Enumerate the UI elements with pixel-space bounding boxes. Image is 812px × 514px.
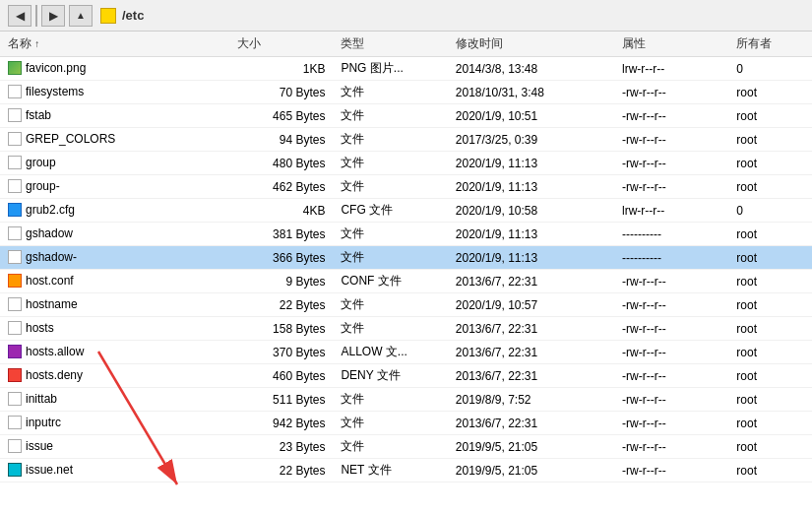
table-row[interactable]: GREP_COLORS94 Bytes文件2017/3/25, 0:39-rw-…: [0, 128, 812, 152]
col-size[interactable]: 大小: [229, 32, 334, 57]
table-row[interactable]: gshadow381 Bytes文件2020/1/9, 11:13-------…: [0, 223, 812, 246]
file-icon: [8, 463, 22, 477]
file-icon: [8, 368, 22, 382]
file-icon: [8, 274, 22, 288]
table-row[interactable]: inittab511 Bytes文件2019/8/9, 7:52-rw-r--r…: [0, 388, 812, 412]
file-attrs-cell: ----------: [614, 246, 728, 270]
back-button[interactable]: ◀: [8, 5, 31, 27]
file-name-text: issue.net: [26, 463, 73, 477]
file-attrs-cell: -rw-r--r--: [614, 293, 728, 317]
col-modified[interactable]: 修改时间: [448, 32, 614, 57]
file-size-cell: 151.65MB: [229, 482, 334, 483]
file-icon: [8, 179, 22, 193]
file-name-cell: Rjdk-8u11-linux-x64.t...: [0, 482, 229, 483]
col-owner[interactable]: 所有者: [728, 32, 812, 57]
file-name-cell: filesystems: [0, 81, 229, 104]
file-icon: [8, 226, 22, 240]
file-modified-cell: 2013/6/7, 22:31: [448, 270, 614, 293]
file-modified-cell: 2020/1/9, 11:13: [448, 223, 614, 246]
file-icon: [8, 132, 22, 146]
file-list[interactable]: 名称 ↑ 大小 类型 修改时间 属性 所有者 favicon.png1KBPNG…: [0, 32, 812, 482]
file-modified-cell: 2020/1/9, 10:58: [448, 199, 614, 223]
table-row[interactable]: issue23 Bytes文件2019/9/5, 21:05-rw-r--r--…: [0, 435, 812, 459]
file-modified-cell: 2018/10/31, 3:48: [448, 81, 614, 104]
up-button[interactable]: ▲: [69, 5, 93, 27]
file-modified-cell: 2020/1/14, 16:22: [448, 482, 614, 483]
file-name-text: host.conf: [26, 274, 74, 288]
file-name-cell: fstab: [0, 104, 229, 128]
file-owner-cell: root: [728, 270, 812, 293]
table-row[interactable]: group480 Bytes文件2020/1/9, 11:13-rw-r--r-…: [0, 152, 812, 175]
file-modified-cell: 2013/6/7, 22:31: [448, 412, 614, 435]
file-name-cell: group-: [0, 175, 229, 199]
file-name-cell: host.conf: [0, 270, 229, 293]
file-size-cell: 462 Bytes: [229, 175, 334, 199]
file-name-text: gshadow: [26, 226, 73, 240]
file-icon: [8, 85, 22, 98]
file-name-text: group-: [26, 179, 60, 193]
table-row[interactable]: hosts158 Bytes文件2013/6/7, 22:31-rw-r--r-…: [0, 317, 812, 341]
file-attrs-cell: -rw-r--r--: [614, 435, 728, 459]
file-type-cell: 文件: [333, 293, 447, 317]
col-name[interactable]: 名称 ↑: [0, 32, 229, 57]
file-icon: [8, 392, 22, 406]
table-row[interactable]: filesystems70 Bytes文件2018/10/31, 3:48-rw…: [0, 81, 812, 104]
file-owner-cell: root: [728, 412, 812, 435]
table-row[interactable]: favicon.png1KBPNG 图片...2014/3/8, 13:48lr…: [0, 57, 812, 81]
file-icon: [8, 108, 22, 122]
file-owner-cell: root: [728, 364, 812, 388]
file-modified-cell: 2013/6/7, 22:31: [448, 317, 614, 341]
file-size-cell: 158 Bytes: [229, 317, 334, 341]
table-row[interactable]: issue.net22 BytesNET 文件2019/9/5, 21:05-r…: [0, 459, 812, 482]
file-name-cell: hostname: [0, 293, 229, 317]
table-row[interactable]: inputrc942 Bytes文件2013/6/7, 22:31-rw-r--…: [0, 412, 812, 435]
file-type-cell: DENY 文件: [333, 364, 447, 388]
file-name-cell: group: [0, 152, 229, 175]
file-table: 名称 ↑ 大小 类型 修改时间 属性 所有者 favicon.png1KBPNG…: [0, 32, 812, 482]
table-row[interactable]: group-462 Bytes文件2020/1/9, 11:13-rw-r--r…: [0, 175, 812, 199]
table-row[interactable]: hosts.deny460 BytesDENY 文件2013/6/7, 22:3…: [0, 364, 812, 388]
file-icon: [8, 203, 22, 217]
folder-icon: [100, 8, 116, 24]
file-name-text: grub2.cfg: [26, 203, 75, 217]
table-row[interactable]: hostname22 Bytes文件2020/1/9, 10:57-rw-r--…: [0, 293, 812, 317]
path-bar: /etc: [100, 8, 804, 24]
file-owner-cell: root: [728, 435, 812, 459]
divider: [35, 5, 37, 27]
file-icon: [8, 250, 22, 264]
file-name-cell: favicon.png: [0, 57, 229, 81]
file-modified-cell: 2020/1/9, 11:13: [448, 246, 614, 270]
file-type-cell: CFG 文件: [333, 199, 447, 223]
col-type[interactable]: 类型: [333, 32, 447, 57]
table-row[interactable]: fstab465 Bytes文件2020/1/9, 10:51-rw-r--r-…: [0, 104, 812, 128]
file-type-cell: NET 文件: [333, 459, 447, 482]
file-size-cell: 460 Bytes: [229, 364, 334, 388]
file-attrs-cell: -rw-r--r--: [614, 482, 728, 483]
file-attrs-cell: -rw-r--r--: [614, 175, 728, 199]
file-type-cell: WinRAR ...: [333, 482, 447, 483]
file-name-cell: gshadow-: [0, 246, 229, 270]
table-row[interactable]: host.conf9 BytesCONF 文件2013/6/7, 22:31-r…: [0, 270, 812, 293]
forward-button[interactable]: ▶: [41, 5, 65, 27]
table-row[interactable]: hosts.allow370 BytesALLOW 文...2013/6/7, …: [0, 341, 812, 364]
table-row[interactable]: Rjdk-8u11-linux-x64.t...151.65MBWinRAR .…: [0, 482, 812, 483]
file-attrs-cell: -rw-r--r--: [614, 317, 728, 341]
file-owner-cell: root: [728, 104, 812, 128]
file-name-cell: hosts.deny: [0, 364, 229, 388]
table-row[interactable]: gshadow-366 Bytes文件2020/1/9, 11:13------…: [0, 246, 812, 270]
table-row[interactable]: grub2.cfg4KBCFG 文件2020/1/9, 10:58lrw-r--…: [0, 199, 812, 223]
file-name-text: gshadow-: [26, 250, 77, 264]
file-size-cell: 70 Bytes: [229, 81, 334, 104]
file-name-text: group: [26, 156, 56, 169]
file-attrs-cell: -rw-r--r--: [614, 364, 728, 388]
file-type-cell: 文件: [333, 435, 447, 459]
file-name-text: GREP_COLORS: [26, 132, 115, 146]
file-name-cell: grub2.cfg: [0, 199, 229, 223]
file-size-cell: 4KB: [229, 199, 334, 223]
navigation-buttons: ◀ ▶ ▲: [8, 5, 93, 27]
file-attrs-cell: ----------: [614, 223, 728, 246]
file-name-cell: issue: [0, 435, 229, 459]
file-size-cell: 366 Bytes: [229, 246, 334, 270]
file-type-cell: 文件: [333, 223, 447, 246]
col-attrs[interactable]: 属性: [614, 32, 728, 57]
